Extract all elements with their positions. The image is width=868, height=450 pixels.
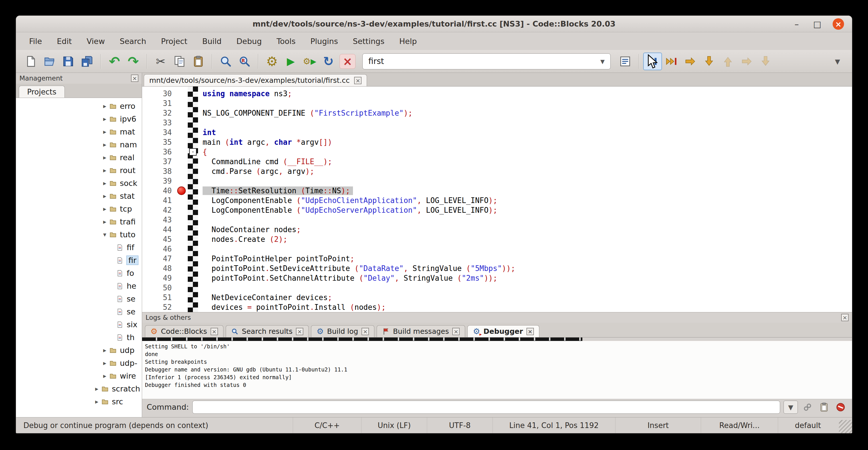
line-number[interactable]: 34	[142, 128, 175, 137]
copy-button[interactable]	[170, 53, 189, 70]
tab-search-results[interactable]: Search results×	[226, 325, 309, 337]
line-number[interactable]: 49	[142, 273, 175, 283]
stop-debugger-button[interactable]	[834, 400, 847, 414]
menu-item-build[interactable]: Build	[195, 34, 228, 48]
line-number[interactable]: 43	[142, 215, 175, 225]
chevron-right-icon[interactable]: ▸	[100, 115, 109, 122]
save-all-button[interactable]	[78, 53, 96, 70]
tree-item[interactable]: ▸udp-	[16, 357, 142, 369]
breakpoint-margin[interactable]	[175, 225, 188, 234]
line-number[interactable]: 44	[142, 225, 175, 234]
debugger-log[interactable]: Setting SHELL to '/bin/sh'doneSetting br…	[142, 341, 852, 399]
breakpoint-margin[interactable]	[175, 147, 188, 157]
close-button[interactable]: ×	[833, 18, 844, 30]
tree-item[interactable]: th	[16, 331, 142, 344]
breakpoint-margin[interactable]	[175, 293, 188, 302]
next-line-button[interactable]	[681, 53, 700, 70]
chevron-right-icon[interactable]: ▸	[100, 347, 109, 354]
editor-tab-first-cc[interactable]: mnt/dev/tools/source/ns-3-dev/examples/t…	[144, 74, 367, 86]
menu-item-project[interactable]: Project	[154, 34, 194, 48]
chevron-right-icon[interactable]: ▸	[100, 128, 109, 136]
step-into-instruction-button[interactable]	[756, 53, 775, 70]
project-tree[interactable]: ▸erro▸ipv6▸mat▸nam▸real▸rout▸sock▸stat▸t…	[16, 98, 142, 417]
line-number[interactable]: 38	[142, 167, 175, 176]
tree-item[interactable]: fir	[16, 254, 142, 267]
menu-item-settings[interactable]: Settings	[346, 34, 392, 48]
attach-file-button[interactable]	[801, 400, 814, 414]
menu-item-help[interactable]: Help	[392, 34, 424, 48]
tab-code-blocks[interactable]: ⚙Code::Blocks×	[145, 325, 223, 337]
run-to-cursor-button[interactable]	[662, 53, 681, 70]
chevron-right-icon[interactable]: ▸	[100, 372, 109, 380]
tree-item[interactable]: ▸src	[16, 395, 142, 408]
build-button[interactable]: ⚙	[262, 53, 281, 70]
chevron-right-icon[interactable]: ▸	[92, 398, 101, 405]
breakpoint-margin[interactable]	[175, 118, 188, 128]
line-number[interactable]: 40	[142, 186, 175, 196]
rebuild-button[interactable]: ↻	[319, 53, 338, 70]
line-number[interactable]: 31	[142, 98, 175, 108]
line-number[interactable]: 32	[142, 108, 175, 118]
close-icon[interactable]: ×	[211, 328, 218, 335]
toolbar-overflow-button[interactable]: ▾	[828, 53, 847, 70]
tree-item[interactable]: ▸trafi	[16, 215, 142, 228]
menu-item-view[interactable]: View	[80, 34, 112, 48]
tree-item[interactable]: se	[16, 292, 142, 305]
code-editor[interactable]: 30using namespace ns3;3132NS_LOG_COMPONE…	[142, 87, 852, 312]
tree-item[interactable]: ▸tcp	[16, 203, 142, 215]
chevron-right-icon[interactable]: ▸	[100, 154, 109, 161]
line-number[interactable]: 48	[142, 264, 175, 273]
tree-item[interactable]: fif	[16, 241, 142, 254]
tree-item[interactable]: fo	[16, 267, 142, 279]
line-number[interactable]: 45	[142, 234, 175, 244]
tree-item[interactable]: ▸erro	[16, 100, 142, 113]
tree-item[interactable]: ▸sock	[16, 177, 142, 189]
close-icon[interactable]: ×	[841, 314, 848, 321]
tree-item[interactable]: he	[16, 279, 142, 292]
run-button[interactable]: ▶	[281, 53, 300, 70]
menu-item-search[interactable]: Search	[113, 34, 153, 48]
chevron-right-icon[interactable]: ▸	[100, 205, 109, 212]
tab-build-messages[interactable]: Build messages×	[377, 325, 465, 337]
chevron-right-icon[interactable]: ▸	[100, 180, 109, 187]
open-file-button[interactable]	[40, 53, 59, 70]
tab-build-log[interactable]: ⚙Build log×	[311, 325, 374, 337]
breakpoint-margin[interactable]	[175, 264, 188, 273]
breakpoint-margin[interactable]	[175, 98, 188, 108]
undo-button[interactable]: ↶	[105, 53, 124, 70]
paste-button[interactable]	[189, 53, 208, 70]
tree-item[interactable]: ▸real	[16, 151, 142, 164]
step-into-button[interactable]	[700, 53, 718, 70]
breakpoint-margin[interactable]	[175, 196, 188, 205]
breakpoint-margin[interactable]	[175, 137, 188, 147]
copy-log-button[interactable]	[817, 400, 831, 414]
breakpoint-margin[interactable]	[175, 89, 188, 98]
breakpoint-margin[interactable]	[175, 215, 188, 225]
line-number[interactable]: 46	[142, 244, 175, 254]
fold-marker-icon[interactable]: -	[189, 148, 196, 156]
debug-continue-button[interactable]	[643, 53, 662, 70]
tree-item[interactable]: ▸ipv6	[16, 113, 142, 125]
tab-projects[interactable]: Projects	[19, 86, 65, 98]
close-icon[interactable]: ×	[354, 77, 362, 84]
line-number[interactable]: 47	[142, 254, 175, 264]
chevron-right-icon[interactable]: ▸	[92, 385, 101, 392]
replace-button[interactable]: R	[235, 53, 254, 70]
compile-target-options-button[interactable]	[616, 53, 634, 70]
abort-button[interactable]: ×	[340, 54, 355, 69]
line-number[interactable]: 52	[142, 302, 175, 312]
next-instruction-button[interactable]	[737, 53, 756, 70]
tab-debugger[interactable]: ⚙▸Debugger×	[467, 325, 539, 337]
build-and-run-button[interactable]: ⚙▶	[300, 53, 319, 70]
line-number[interactable]: 39	[142, 176, 175, 186]
breakpoint-margin[interactable]	[175, 186, 188, 196]
menu-item-debug[interactable]: Debug	[230, 34, 269, 48]
breakpoint-margin[interactable]	[175, 108, 188, 118]
tree-item[interactable]: ▸mat	[16, 125, 142, 138]
chevron-right-icon[interactable]: ▸	[100, 102, 109, 110]
resize-grip[interactable]	[839, 420, 852, 433]
tree-item[interactable]: ▸wire	[16, 369, 142, 382]
minimize-button[interactable]: –	[792, 19, 802, 29]
chevron-right-icon[interactable]: ▸	[100, 141, 109, 148]
chevron-right-icon[interactable]: ▸	[100, 359, 109, 367]
